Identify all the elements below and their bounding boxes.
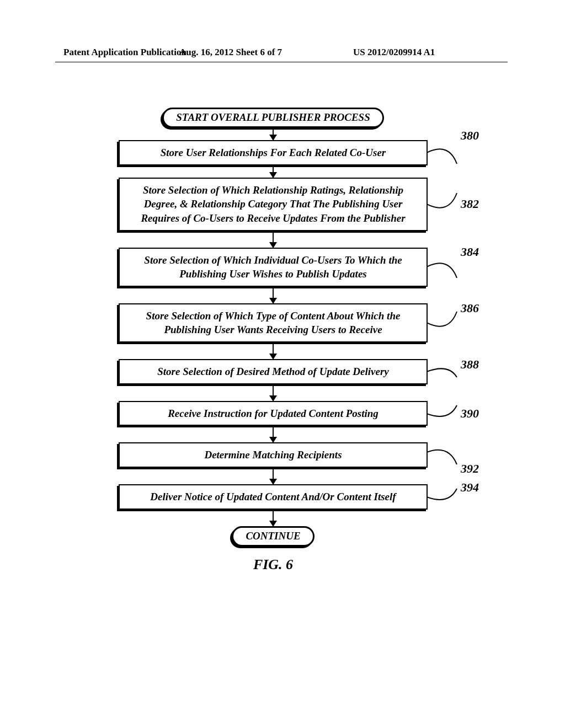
figure-caption: FIG. 6 <box>97 556 450 573</box>
step-text: Store Selection of Desired Method of Upd… <box>157 366 389 377</box>
header-sheet-info: Aug. 16, 2012 Sheet 6 of 7 <box>179 47 282 58</box>
process-step: Receive Instruction for Updated Content … <box>119 401 428 426</box>
end-terminator: CONTINUE <box>232 526 314 547</box>
process-step: Store Selection of Which Relationship Ra… <box>119 178 428 231</box>
step-text: Deliver Notice of Updated Content And/Or… <box>150 491 396 502</box>
process-step: Determine Matching Recipients 392 <box>119 442 428 468</box>
ref-number: 392 <box>461 461 479 477</box>
arrow-icon <box>273 231 274 248</box>
arrow-icon <box>273 165 274 178</box>
header-pub-number: US 2012/0209914 A1 <box>353 47 435 58</box>
ref-number: 390 <box>461 405 479 422</box>
ref-number: 380 <box>461 127 479 144</box>
ref-number: 388 <box>461 357 479 373</box>
arrow-icon <box>273 384 274 401</box>
ref-number: 386 <box>461 300 479 317</box>
process-step: Store Selection of Which Individual Co-U… <box>119 248 428 287</box>
step-text: Store Selection of Which Type of Content… <box>146 310 401 336</box>
step-text: Store User Relationships For Each Relate… <box>161 147 386 158</box>
arrow-icon <box>273 342 274 359</box>
process-step: Store User Relationships For Each Relate… <box>119 140 428 165</box>
arrow-icon <box>273 510 274 526</box>
step-text: Determine Matching Recipients <box>204 449 342 461</box>
ref-number: 382 <box>461 196 479 212</box>
ref-number: 394 <box>461 479 479 496</box>
arrow-icon <box>273 426 274 442</box>
start-terminator: START OVERALL PUBLISHER PROCESS <box>162 108 383 128</box>
arrow-icon <box>273 128 274 140</box>
step-text: Store Selection of Which Individual Co-U… <box>144 254 402 280</box>
step-text: Store Selection of Which Relationship Ra… <box>141 184 405 224</box>
process-step: Deliver Notice of Updated Content And/Or… <box>119 484 428 510</box>
process-step: Store Selection of Desired Method of Upd… <box>119 359 428 384</box>
process-step: Store Selection of Which Type of Content… <box>119 303 428 342</box>
arrow-icon <box>273 468 274 484</box>
arrow-icon <box>273 287 274 303</box>
flowchart: START OVERALL PUBLISHER PROCESS Store Us… <box>97 108 450 573</box>
ref-number: 384 <box>461 244 479 260</box>
header-publication: Patent Application Publication <box>63 47 186 58</box>
step-text: Receive Instruction for Updated Content … <box>168 408 379 419</box>
header-rule <box>55 62 508 62</box>
